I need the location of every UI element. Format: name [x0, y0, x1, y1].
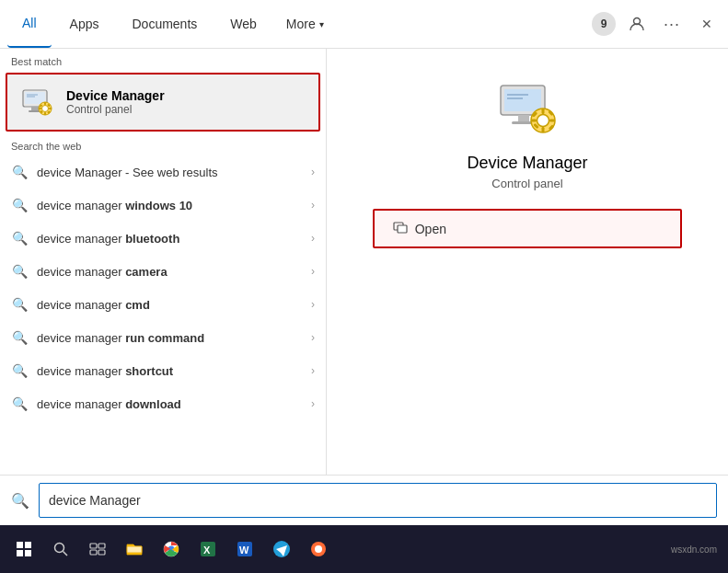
app-btn[interactable]: [302, 533, 335, 566]
search-icon: 🔍: [11, 230, 28, 246]
list-item[interactable]: 🔍 device manager download ›: [0, 387, 326, 420]
taskbar: X W wsxdn.com: [0, 525, 728, 573]
search-icon: 🔍: [11, 362, 28, 379]
search-item-text: device manager download: [37, 397, 302, 411]
svg-rect-26: [542, 127, 545, 132]
svg-rect-5: [31, 107, 39, 110]
svg-rect-2: [25, 92, 45, 104]
ellipsis-icon: ···: [664, 15, 680, 34]
tab-all[interactable]: All: [7, 0, 52, 48]
search-icon: 🔍: [11, 263, 28, 280]
search-item-text: device manager windows 10: [37, 199, 302, 212]
svg-rect-28: [549, 120, 555, 122]
svg-rect-38: [25, 550, 31, 556]
taskbar-search-btn[interactable]: [44, 533, 77, 566]
main-content: Best match: [0, 49, 728, 475]
nav-icons: 9 ··· ✕: [592, 10, 721, 38]
task-view-btn[interactable]: [81, 533, 114, 566]
list-item[interactable]: 🔍 device manager cmd ›: [0, 288, 326, 321]
svg-point-54: [315, 545, 322, 553]
left-panel: Best match: [0, 49, 327, 475]
open-icon: [393, 220, 408, 237]
watermark: wsxdn.com: [671, 544, 717, 555]
person-icon-btn[interactable]: [623, 10, 651, 38]
svg-rect-43: [90, 550, 97, 555]
svg-rect-10: [44, 112, 46, 115]
excel-btn[interactable]: X: [191, 533, 225, 566]
more-dropdown[interactable]: More ▾: [275, 11, 335, 37]
app-title-large: Device Manager: [467, 154, 587, 173]
open-button[interactable]: Open: [373, 209, 683, 248]
search-bar-area: 🔍: [0, 475, 728, 525]
list-item[interactable]: 🔍 device Manager - See web results ›: [0, 155, 326, 189]
top-nav: All Apps Documents Web More ▾ 9 ··· ✕: [0, 0, 728, 49]
tab-web[interactable]: Web: [215, 0, 272, 48]
svg-rect-11: [39, 108, 41, 109]
svg-rect-45: [127, 546, 142, 553]
list-item[interactable]: 🔍 device manager shortcut ›: [0, 354, 326, 387]
person-icon: [629, 16, 645, 32]
chevron-down-icon: ▾: [319, 19, 324, 29]
svg-rect-34: [398, 225, 407, 233]
chevron-right-icon: ›: [311, 232, 315, 245]
word-btn[interactable]: W: [228, 533, 261, 566]
svg-line-40: [64, 552, 68, 556]
chrome-btn[interactable]: [155, 533, 188, 566]
telegram-btn[interactable]: [265, 533, 298, 566]
notification-badge[interactable]: 9: [592, 12, 616, 36]
search-item-text: device Manager - See web results: [37, 166, 302, 179]
svg-rect-25: [542, 109, 545, 114]
svg-rect-9: [44, 102, 46, 105]
best-match-label: Best match: [0, 49, 326, 71]
chevron-right-icon: ›: [311, 397, 315, 410]
search-item-text: device manager run command: [37, 331, 302, 345]
chevron-right-icon: ›: [311, 199, 315, 212]
svg-text:X: X: [203, 544, 211, 556]
search-icon: 🔍: [11, 395, 28, 412]
file-explorer-btn[interactable]: [118, 533, 151, 566]
list-item[interactable]: 🔍 device manager camera ›: [0, 255, 326, 288]
best-match-title: Device Manager: [66, 88, 165, 103]
best-match-item[interactable]: Device Manager Control panel: [6, 73, 320, 132]
search-item-text: device manager cmd: [37, 298, 302, 312]
search-input[interactable]: [39, 483, 717, 518]
search-item-text: device manager bluetooth: [37, 232, 302, 246]
start-button[interactable]: [7, 533, 40, 566]
chevron-right-icon: ›: [311, 166, 315, 178]
svg-text:W: W: [239, 544, 249, 556]
list-item[interactable]: 🔍 device manager bluetooth ›: [0, 222, 326, 255]
tab-documents[interactable]: Documents: [117, 0, 212, 48]
search-icon: 🔍: [11, 164, 28, 180]
right-panel: Device Manager Control panel Open: [327, 49, 728, 475]
svg-rect-41: [90, 544, 97, 548]
search-web-label: Search the web: [0, 133, 326, 155]
svg-rect-27: [531, 120, 537, 122]
best-match-text: Device Manager Control panel: [66, 88, 165, 116]
svg-point-24: [537, 115, 549, 127]
close-icon: ✕: [701, 17, 712, 31]
search-item-text: device manager camera: [37, 265, 302, 279]
close-button[interactable]: ✕: [693, 10, 721, 38]
svg-point-39: [55, 544, 64, 553]
app-icon-large: [495, 76, 560, 141]
list-item[interactable]: 🔍 device manager windows 10 ›: [0, 189, 326, 222]
svg-rect-44: [98, 550, 105, 555]
chevron-right-icon: ›: [311, 364, 315, 377]
tab-apps[interactable]: Apps: [55, 0, 114, 48]
search-icon: 🔍: [11, 329, 28, 346]
search-bar-icon: 🔍: [11, 492, 29, 510]
list-item[interactable]: 🔍 device manager run command ›: [0, 321, 326, 354]
search-icon: 🔍: [11, 296, 28, 313]
chevron-right-icon: ›: [311, 298, 315, 311]
svg-rect-18: [504, 89, 541, 111]
search-icon: 🔍: [11, 197, 28, 213]
svg-rect-42: [98, 544, 105, 548]
chevron-right-icon: ›: [311, 331, 315, 344]
svg-rect-37: [17, 550, 23, 556]
more-options-btn[interactable]: ···: [658, 10, 686, 38]
svg-rect-35: [17, 542, 23, 548]
svg-rect-36: [25, 542, 31, 548]
svg-rect-21: [518, 115, 529, 121]
device-manager-icon: [18, 84, 55, 120]
svg-point-8: [42, 106, 49, 112]
